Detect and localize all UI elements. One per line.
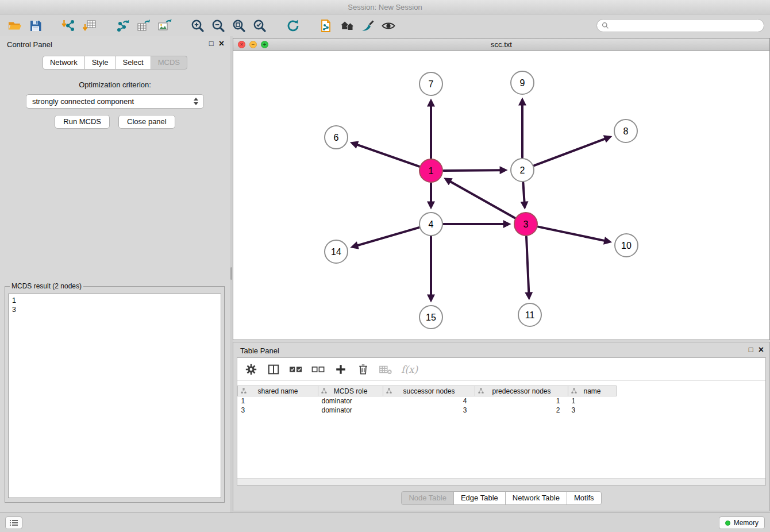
search-input[interactable] [596, 19, 764, 32]
window-maximize-button[interactable]: + [261, 41, 268, 48]
column-header-predecessor-nodes[interactable]: predecessor nodes [475, 386, 568, 396]
export-table-button[interactable] [133, 17, 154, 35]
node-label: 3 [523, 219, 529, 229]
edge-3-11[interactable] [526, 237, 529, 293]
tab-style[interactable]: Style [84, 56, 116, 70]
run-mcds-button[interactable]: Run MCDS [55, 115, 110, 129]
home-button[interactable] [337, 17, 357, 35]
clipboard-network-button[interactable] [316, 17, 337, 35]
node-3[interactable]: 3 [514, 213, 537, 236]
node-11[interactable]: 11 [518, 303, 541, 326]
optimization-criterion-select[interactable]: strongly connected component [26, 94, 204, 109]
table-panel-header: Table Panel □ × [233, 342, 769, 357]
table-cell[interactable]: 2 [475, 406, 568, 415]
open-session-button[interactable] [5, 17, 25, 35]
column-sort-icon[interactable] [571, 388, 577, 396]
table-cell[interactable]: dominator [318, 396, 383, 406]
table-cell[interactable]: 3 [568, 406, 617, 415]
column-sort-icon[interactable] [386, 388, 392, 396]
tab-select[interactable]: Select [116, 56, 151, 70]
import-table-button[interactable] [79, 17, 100, 35]
memory-label: Memory [734, 519, 759, 527]
edge-3-10[interactable] [538, 227, 605, 241]
table-cell[interactable]: dominator [318, 406, 383, 415]
tab-edge-table[interactable]: Edge Table [453, 491, 506, 505]
table-row[interactable]: 3dominator323 [238, 406, 617, 415]
show-columns-button[interactable] [267, 362, 280, 377]
node-10[interactable]: 10 [615, 234, 638, 257]
zoom-out-icon [211, 18, 226, 33]
edge-4-14[interactable] [357, 228, 419, 245]
node-1[interactable]: 1 [419, 159, 442, 182]
export-network-button[interactable] [113, 17, 133, 35]
float-panel-button[interactable]: □ [209, 39, 214, 48]
close-panel-button-mcds[interactable]: Close panel [118, 115, 175, 129]
select-all-button[interactable] [289, 362, 303, 377]
mcds-result-list[interactable]: 13 [8, 294, 221, 498]
tab-node-table[interactable]: Node Table [401, 491, 454, 505]
show-panels-button[interactable] [5, 516, 22, 529]
table-settings-button[interactable] [244, 362, 258, 377]
delete-table-button[interactable] [379, 362, 392, 377]
memory-button[interactable]: Memory [719, 516, 765, 529]
column-sort-icon[interactable] [241, 388, 247, 396]
node-14[interactable]: 14 [325, 240, 348, 263]
main-toolbar [0, 15, 770, 36]
mcds-result-item: 3 [12, 305, 217, 314]
node-8[interactable]: 8 [614, 119, 637, 142]
node-9[interactable]: 9 [511, 71, 534, 94]
zoom-selected-button[interactable] [249, 17, 270, 35]
zoom-in-button[interactable] [187, 17, 208, 35]
function-builder-button[interactable]: f(x) [401, 362, 418, 377]
delete-button[interactable] [356, 362, 370, 377]
float-table-panel-button[interactable]: □ [749, 345, 753, 354]
network-window-titlebar: × − + scc.txt [233, 38, 769, 51]
table-cell[interactable]: 4 [383, 396, 475, 406]
edge-2-3[interactable] [523, 183, 524, 202]
tab-motifs[interactable]: Motifs [567, 491, 602, 505]
deselect-all-button[interactable] [311, 362, 325, 377]
node-6[interactable]: 6 [325, 126, 348, 149]
table-cell[interactable]: 1 [475, 396, 568, 406]
node-15[interactable]: 15 [419, 306, 442, 329]
column-header-shared-name[interactable]: shared name [238, 386, 318, 396]
horizontal-scrollbar[interactable] [237, 478, 765, 485]
close-table-panel-button[interactable]: × [759, 346, 764, 354]
column-header-name[interactable]: name [568, 386, 617, 396]
paint-style-button[interactable] [357, 17, 378, 35]
node-7[interactable]: 7 [419, 72, 442, 95]
column-header-mcds-role[interactable]: MCDS role [318, 386, 383, 396]
tab-network-table[interactable]: Network Table [505, 491, 567, 505]
edge-3-1[interactable] [450, 182, 515, 218]
table-cell[interactable]: 1 [568, 396, 617, 406]
node-4[interactable]: 4 [419, 213, 442, 236]
table-cell[interactable]: 3 [383, 406, 475, 415]
eye-button[interactable] [378, 17, 399, 35]
select-all-icon [289, 363, 303, 376]
export-image-button[interactable] [154, 17, 175, 35]
table-panel: Table Panel □ × [233, 342, 770, 511]
save-session-button[interactable] [25, 17, 46, 35]
table-cell[interactable]: 1 [238, 396, 318, 406]
edge-2-8[interactable] [534, 138, 606, 165]
tab-network[interactable]: Network [43, 56, 85, 70]
tab-mcds[interactable]: MCDS [151, 56, 187, 70]
node-2[interactable]: 2 [511, 159, 534, 182]
table-cell[interactable]: 3 [238, 406, 318, 415]
network-canvas[interactable]: 7968124314101511 [233, 51, 769, 339]
close-panel-button[interactable]: × [219, 40, 224, 48]
column-header-successor-nodes[interactable]: successor nodes [383, 386, 475, 396]
refresh-button[interactable] [283, 17, 303, 35]
window-close-button[interactable]: × [238, 41, 245, 48]
import-network-icon [61, 18, 76, 33]
column-sort-icon[interactable] [321, 388, 327, 396]
edge-1-6[interactable] [357, 145, 419, 167]
table-row[interactable]: 1dominator411 [238, 396, 617, 406]
add-row-button[interactable] [334, 362, 348, 377]
zoom-fit-button[interactable] [229, 17, 249, 35]
edge-1-2[interactable] [444, 170, 500, 171]
column-sort-icon[interactable] [478, 388, 484, 396]
zoom-out-button[interactable] [208, 17, 229, 35]
import-network-button[interactable] [59, 17, 79, 35]
window-minimize-button[interactable]: − [249, 41, 257, 48]
